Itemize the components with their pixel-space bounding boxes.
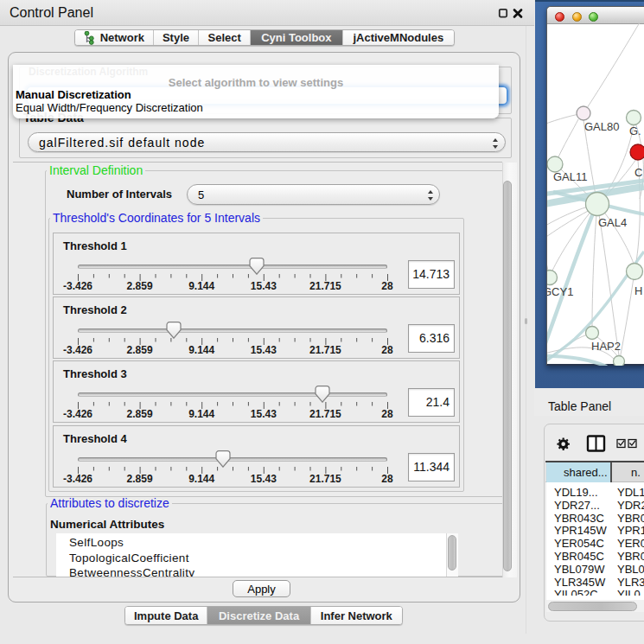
svg-text:H: H bbox=[634, 284, 642, 297]
svg-text:G.: G. bbox=[629, 124, 641, 137]
svg-text:GCY1: GCY1 bbox=[547, 285, 573, 298]
svg-text:C: C bbox=[634, 166, 642, 179]
svg-text:GAL80: GAL80 bbox=[584, 120, 619, 133]
svg-text:HAP2: HAP2 bbox=[591, 340, 621, 353]
svg-text:GAL11: GAL11 bbox=[553, 170, 588, 183]
svg-text:GAL4: GAL4 bbox=[598, 216, 627, 229]
